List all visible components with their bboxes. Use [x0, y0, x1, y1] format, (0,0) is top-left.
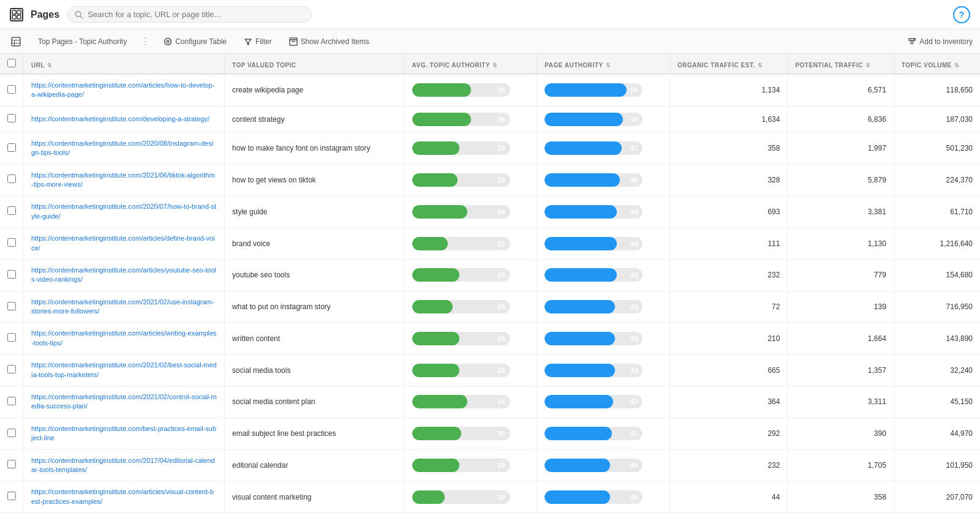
- potential-sort-icon: ⇅: [865, 62, 871, 69]
- url-link[interactable]: https://contentmarketinginstitute.com/ar…: [31, 488, 214, 505]
- avg-sort-icon: ⇅: [492, 62, 498, 69]
- row-checkbox-cell[interactable]: [0, 228, 24, 260]
- url-cell[interactable]: https://contentmarketinginstitute.com/ar…: [24, 74, 225, 106]
- url-cell[interactable]: https://contentmarketinginstitute.com/de…: [24, 106, 225, 132]
- row-checkbox-cell[interactable]: [0, 323, 24, 355]
- avg-authority-bar: 22: [412, 237, 510, 250]
- row-checkbox[interactable]: [7, 365, 16, 373]
- url-link[interactable]: https://contentmarketinginstitute.com/ar…: [31, 329, 217, 346]
- header-top-topic[interactable]: TOP VALUED TOPIC: [225, 54, 404, 74]
- header-checkbox-cell[interactable]: [0, 54, 24, 74]
- url-cell[interactable]: https://contentmarketinginstitute.com/20…: [24, 164, 225, 196]
- row-checkbox-cell[interactable]: [0, 106, 24, 132]
- configure-label: Configure Table: [175, 37, 227, 46]
- table-row: https://contentmarketinginstitute.com/ar…: [0, 74, 980, 106]
- select-all-checkbox[interactable]: [7, 59, 16, 67]
- svg-rect-1: [17, 10, 21, 14]
- url-link[interactable]: https://contentmarketinginstitute.com/ar…: [31, 234, 215, 251]
- url-cell[interactable]: https://contentmarketinginstitute.com/20…: [24, 355, 225, 386]
- table-row: https://contentmarketinginstitute.com/20…: [0, 164, 980, 196]
- url-cell[interactable]: https://contentmarketinginstitute.com/ar…: [24, 259, 225, 291]
- table-row: https://contentmarketinginstitute.com/ar…: [0, 323, 980, 355]
- row-checkbox[interactable]: [7, 143, 16, 152]
- row-checkbox[interactable]: [7, 429, 16, 437]
- row-checkbox-cell[interactable]: [0, 386, 24, 418]
- svg-line-5: [80, 16, 82, 18]
- row-checkbox[interactable]: [7, 397, 16, 405]
- search-input[interactable]: [88, 10, 304, 19]
- organic-traffic-cell: 693: [670, 196, 788, 228]
- row-checkbox-cell[interactable]: [0, 418, 24, 449]
- url-cell[interactable]: https://contentmarketinginstitute.com/ar…: [24, 323, 225, 355]
- row-checkbox[interactable]: [7, 238, 16, 247]
- row-checkbox[interactable]: [7, 492, 16, 500]
- url-link[interactable]: https://contentmarketinginstitute.com/20…: [31, 171, 215, 188]
- header-avg-authority[interactable]: AVG. TOPIC AUTHORITY ⇅: [404, 54, 537, 74]
- row-checkbox[interactable]: [7, 206, 16, 215]
- url-link[interactable]: https://contentmarketinginstitute.com/be…: [31, 425, 216, 441]
- top-topic-cell: what to put on instagram story: [225, 291, 404, 323]
- row-checkbox-cell[interactable]: [0, 74, 24, 106]
- archived-btn[interactable]: Show Archived Items: [285, 35, 373, 48]
- avg-bar-label: 29: [497, 335, 505, 342]
- url-link[interactable]: https://contentmarketinginstitute.com/ar…: [31, 81, 214, 98]
- header-topic-volume[interactable]: TOPIC VOLUME ⇅: [894, 54, 980, 74]
- url-link[interactable]: https://contentmarketinginstitute.com/de…: [31, 115, 209, 122]
- header-organic-traffic[interactable]: ORGANIC TRAFFIC EST. ⇅: [670, 54, 788, 74]
- header-potential-traffic[interactable]: POTENTIAL TRAFFIC ⇅: [788, 54, 894, 74]
- search-icon: [75, 10, 83, 19]
- avg-bar-fill: [412, 459, 459, 472]
- configure-table-btn[interactable]: Configure Table: [160, 35, 230, 48]
- help-button[interactable]: ?: [953, 6, 970, 23]
- row-checkbox[interactable]: [7, 460, 16, 468]
- row-checkbox-cell[interactable]: [0, 355, 24, 386]
- filter-btn[interactable]: Filter: [240, 35, 276, 48]
- row-checkbox[interactable]: [7, 270, 16, 279]
- url-cell[interactable]: https://contentmarketinginstitute.com/20…: [24, 132, 225, 164]
- toolbar-sep-1: ⋮: [140, 36, 150, 47]
- potential-traffic-cell: 3,311: [788, 386, 894, 418]
- row-checkbox-cell[interactable]: [0, 291, 24, 323]
- page-bar-label: 43: [630, 335, 638, 342]
- row-checkbox[interactable]: [7, 85, 16, 94]
- row-checkbox-cell[interactable]: [0, 259, 24, 291]
- table-row: https://contentmarketinginstitute.com/20…: [0, 291, 980, 323]
- url-cell[interactable]: https://contentmarketinginstitute.com/20…: [24, 386, 225, 418]
- url-link[interactable]: https://contentmarketinginstitute.com/20…: [31, 361, 217, 378]
- view-label[interactable]: Top Pages - Topic Authority: [34, 35, 130, 48]
- search-bar[interactable]: [67, 6, 312, 23]
- page-authority-cell: 44: [537, 196, 670, 228]
- url-link[interactable]: https://contentmarketinginstitute.com/ar…: [31, 266, 216, 283]
- row-checkbox-cell[interactable]: [0, 196, 24, 228]
- url-link[interactable]: https://contentmarketinginstitute.com/20…: [31, 203, 216, 219]
- view-icon-btn[interactable]: [7, 34, 24, 49]
- url-link[interactable]: https://contentmarketinginstitute.com/20…: [31, 140, 213, 156]
- page-authority-bar: 47: [545, 141, 643, 155]
- url-cell[interactable]: https://contentmarketinginstitute.com/be…: [24, 418, 225, 449]
- row-checkbox[interactable]: [7, 174, 16, 183]
- header-url[interactable]: URL ⇅: [24, 54, 225, 74]
- row-checkbox[interactable]: [7, 333, 16, 342]
- page-authority-cell: 46: [537, 164, 670, 196]
- url-link[interactable]: https://contentmarketinginstitute.com/20…: [31, 393, 217, 410]
- url-cell[interactable]: https://contentmarketinginstitute.com/20…: [24, 449, 225, 481]
- header-page-authority[interactable]: PAGE AUTHORITY ⇅: [537, 54, 670, 74]
- url-cell[interactable]: https://contentmarketinginstitute.com/20…: [24, 196, 225, 228]
- row-checkbox-cell[interactable]: [0, 132, 24, 164]
- url-cell[interactable]: https://contentmarketinginstitute.com/ar…: [24, 481, 225, 513]
- url-cell[interactable]: https://contentmarketinginstitute.com/ar…: [24, 228, 225, 260]
- row-checkbox[interactable]: [7, 302, 16, 310]
- url-link[interactable]: https://contentmarketinginstitute.com/20…: [31, 298, 214, 315]
- row-checkbox[interactable]: [7, 114, 16, 122]
- url-cell[interactable]: https://contentmarketinginstitute.com/20…: [24, 291, 225, 323]
- row-checkbox-cell[interactable]: [0, 481, 24, 513]
- topic-volume-cell: 154,680: [894, 259, 980, 291]
- avg-bar-fill: [412, 332, 459, 345]
- url-link[interactable]: https://contentmarketinginstitute.com/20…: [31, 457, 215, 473]
- row-checkbox-cell[interactable]: [0, 449, 24, 481]
- table-row: https://contentmarketinginstitute.com/de…: [0, 106, 980, 132]
- row-checkbox-cell[interactable]: [0, 164, 24, 196]
- page-authority-cell: 50: [537, 74, 670, 106]
- add-inventory-btn[interactable]: Add to inventory: [908, 37, 973, 46]
- table-row: https://contentmarketinginstitute.com/20…: [0, 449, 980, 481]
